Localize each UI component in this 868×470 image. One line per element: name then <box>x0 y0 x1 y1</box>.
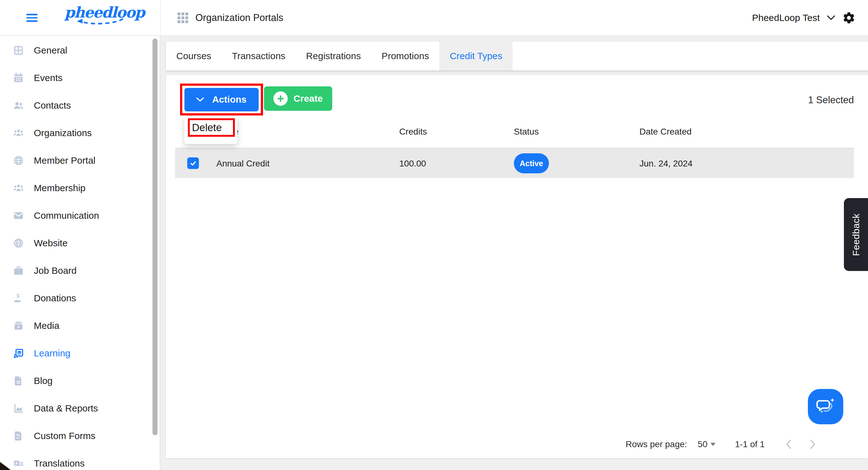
account-name[interactable]: PheedLoop Test <box>752 12 820 23</box>
caret-down-icon <box>711 443 715 446</box>
chat-widget-button[interactable] <box>808 389 843 424</box>
screen: pheedloop Organization Portals PheedLoop… <box>0 0 868 470</box>
row-checkbox[interactable] <box>187 158 199 169</box>
app-header: pheedloop Organization Portals PheedLoop… <box>0 0 868 36</box>
sidebar-item-donations[interactable]: $ Donations <box>0 284 160 312</box>
calendar-icon <box>12 72 24 84</box>
document-icon <box>12 375 24 387</box>
actions-dropdown-menu: Delete <box>184 116 237 144</box>
apps-grid-icon[interactable] <box>177 12 188 24</box>
chat-bubbles-icon <box>815 396 836 417</box>
sidebar-item-website[interactable]: Website <box>0 229 160 257</box>
create-button[interactable]: Create <box>264 87 332 111</box>
sidebar-item-translations[interactable]: A Translations <box>0 450 160 470</box>
settings-gear-icon[interactable] <box>842 11 856 24</box>
account-chevron-down-icon[interactable] <box>827 15 835 21</box>
sidebar-item-custom-forms[interactable]: Custom Forms <box>0 422 160 450</box>
sidebar-item-data-reports[interactable]: Data & Reports <box>0 395 160 422</box>
envelope-icon <box>12 210 24 222</box>
cursor-artifact <box>0 462 11 470</box>
tab-promotions[interactable]: Promotions <box>371 42 439 70</box>
feedback-tab[interactable]: Feedback <box>844 198 868 271</box>
pagination: Rows per page: 50 1-1 of 1 <box>626 437 816 451</box>
sidebar-item-job-board[interactable]: Job Board <box>0 257 160 284</box>
annotation-box-delete: Delete <box>188 118 235 137</box>
header-divider <box>160 0 161 35</box>
sidebar: General Events Contacts Organizations Me… <box>0 35 160 470</box>
sidebar-item-communication[interactable]: Communication <box>0 202 160 229</box>
sidebar-item-member-portal[interactable]: Member Portal <box>0 147 160 174</box>
menu-hamburger-icon[interactable] <box>26 14 38 24</box>
sidebar-item-membership[interactable]: Membership <box>0 174 160 202</box>
graduation-cap-icon <box>12 347 24 359</box>
tab-credit-types[interactable]: Credit Types <box>439 42 513 70</box>
group-icon <box>12 182 24 194</box>
status-badge: Active <box>514 153 549 173</box>
table-row[interactable]: Annual Credit 100.00 Active Jun. 24, 202… <box>175 148 854 178</box>
sidebar-item-blog[interactable]: Blog <box>0 367 160 395</box>
next-page-icon[interactable] <box>810 439 816 449</box>
annotation-box-actions: Actions <box>180 83 263 115</box>
grid-icon <box>12 44 24 56</box>
tab-registrations[interactable]: Registrations <box>296 42 371 70</box>
content-card: Actions Create 1 Selected Title Credits … <box>166 75 868 458</box>
sidebar-item-general[interactable]: General <box>0 37 160 64</box>
sidebar-item-organizations[interactable]: Organizations <box>0 119 160 147</box>
previous-page-icon[interactable] <box>785 439 792 449</box>
pheedloop-logo[interactable]: pheedloop <box>64 5 136 26</box>
svg-text:A: A <box>15 461 18 466</box>
translate-icon: A <box>12 458 24 469</box>
plus-icon <box>273 91 288 106</box>
globe-icon <box>12 155 24 166</box>
sidebar-item-contacts[interactable]: Contacts <box>0 92 160 119</box>
sidebar-item-events[interactable]: Events <box>0 64 160 92</box>
bar-chart-icon <box>12 402 24 414</box>
globe-icon <box>12 237 24 249</box>
column-header-date-created: Date Created <box>640 126 692 137</box>
sidebar-scrollbar[interactable] <box>153 38 157 435</box>
actions-button[interactable]: Actions <box>184 88 259 111</box>
tab-courses[interactable]: Courses <box>166 42 222 70</box>
column-header-status: Status <box>514 126 538 137</box>
chevron-down-icon <box>196 97 204 102</box>
page-range: 1-1 of 1 <box>735 439 765 449</box>
form-document-icon <box>12 430 24 442</box>
tab-transactions[interactable]: Transactions <box>222 42 296 70</box>
column-header-credits: Credits <box>399 126 427 137</box>
sidebar-item-media[interactable]: Media <box>0 312 160 339</box>
donation-hand-icon: $ <box>12 292 24 304</box>
selected-count: 1 Selected <box>808 95 854 106</box>
row-date-created: Jun. 24, 2024 <box>640 148 693 179</box>
tab-bar: Courses Transactions Registrations Promo… <box>166 42 868 70</box>
svg-text:$: $ <box>17 293 20 299</box>
rows-per-page-label: Rows per page: <box>626 439 687 449</box>
media-player-icon <box>12 320 24 332</box>
logo-text: pheedloop <box>64 4 144 21</box>
rows-per-page-select[interactable]: 50 <box>698 439 715 449</box>
people-icon <box>12 100 24 111</box>
group-icon <box>12 127 24 139</box>
row-credits: 100.00 <box>399 148 426 179</box>
sidebar-item-learning[interactable]: Learning <box>0 339 160 367</box>
menu-item-delete[interactable]: Delete <box>190 120 233 135</box>
page-title: Organization Portals <box>195 0 283 35</box>
row-title: Annual Credit <box>216 148 270 179</box>
briefcase-icon <box>12 265 24 277</box>
